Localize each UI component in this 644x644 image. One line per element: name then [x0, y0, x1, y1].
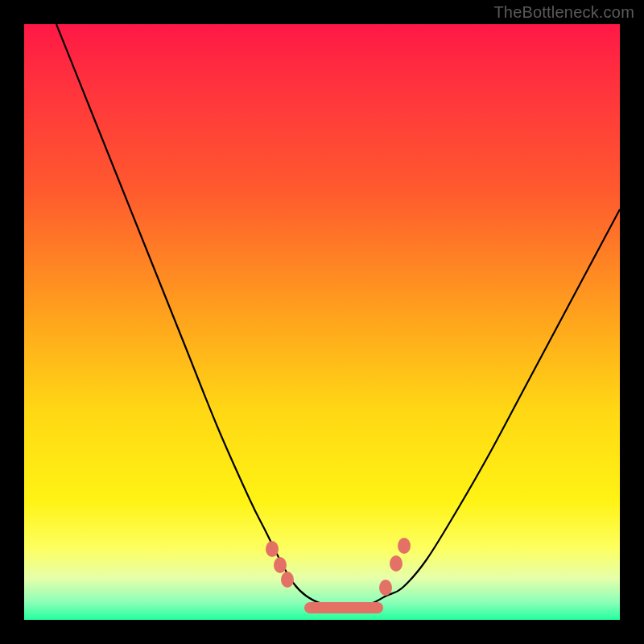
flat-bottom-marker — [304, 602, 383, 613]
left-upper-dot — [266, 541, 279, 557]
left-mid-dot — [274, 557, 287, 573]
marker-dots — [266, 538, 411, 596]
right-upper-dot — [398, 538, 411, 554]
left-lower-dot — [281, 572, 294, 588]
outer-frame: TheBottleneck.com — [0, 0, 644, 644]
bottleneck-curve — [56, 24, 620, 608]
plot-area — [24, 24, 620, 620]
chart-svg — [24, 24, 620, 620]
watermark-text: TheBottleneck.com — [493, 3, 634, 22]
right-lower-dot — [390, 555, 402, 572]
right-edge-dot — [379, 580, 392, 596]
